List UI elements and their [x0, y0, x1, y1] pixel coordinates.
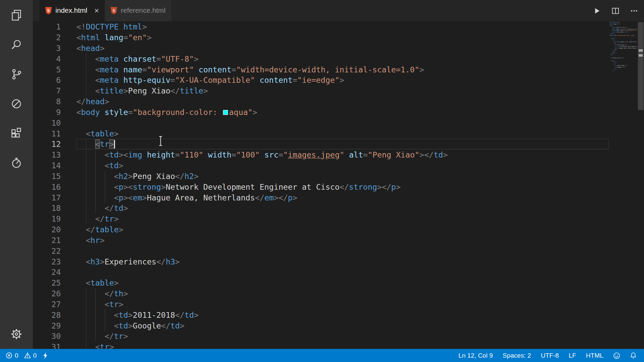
close-tab-icon[interactable]: ×: [94, 7, 99, 15]
code-lines: 1<!DOCTYPE html>2<html lang="en">3<head>…: [33, 21, 609, 349]
code-line[interactable]: 1<!DOCTYPE html>: [33, 21, 609, 32]
problems-indicator[interactable]: 0 0: [6, 352, 37, 359]
notifications-bell[interactable]: [630, 352, 637, 359]
language-mode[interactable]: HTML: [586, 352, 603, 359]
line-number[interactable]: 28: [33, 309, 61, 320]
line-number[interactable]: 1: [33, 21, 61, 32]
code-line[interactable]: 27 <tr>: [33, 299, 609, 309]
code-line[interactable]: 26 </th>: [33, 288, 609, 299]
line-number[interactable]: 5: [33, 64, 61, 75]
code-line[interactable]: 22: [33, 245, 609, 256]
code-line[interactable]: 6 <meta http-equiv="X-UA-Compatible" con…: [33, 75, 609, 85]
line-number[interactable]: 29: [33, 320, 61, 331]
encoding-setting[interactable]: UTF-8: [541, 352, 559, 359]
extensions-icon[interactable]: [7, 124, 26, 143]
code-line[interactable]: 17 <p><em>Hague Area, Netherlands</em></…: [33, 192, 609, 203]
line-number[interactable]: 25: [33, 278, 61, 288]
source-control-icon[interactable]: [7, 64, 26, 84]
circle-slash-icon[interactable]: [7, 94, 26, 114]
line-number[interactable]: 24: [33, 267, 61, 278]
settings-gear-icon[interactable]: [7, 324, 26, 344]
code-line[interactable]: 18 </td>: [33, 203, 609, 214]
lightning-icon: [42, 352, 48, 359]
search-icon[interactable]: [7, 35, 26, 55]
line-number[interactable]: 21: [33, 235, 61, 245]
code-line[interactable]: 12 <tr>: [33, 139, 609, 149]
code-line[interactable]: 28 <td>2011-2018</td>: [33, 309, 609, 320]
line-number[interactable]: 4: [33, 53, 61, 64]
code-line[interactable]: 2<html lang="en">: [33, 32, 609, 43]
code-line[interactable]: 7 <title>Peng Xiao</title>: [33, 85, 609, 96]
css-color-swatch[interactable]: [223, 110, 228, 115]
line-number[interactable]: 17: [33, 192, 61, 203]
line-number[interactable]: 14: [33, 160, 61, 171]
minimap[interactable]: <!DOCTYPE html><html lang="en"><head> <m…: [609, 21, 638, 349]
line-number[interactable]: 20: [33, 224, 61, 235]
activity-bar: [0, 0, 33, 349]
code-line[interactable]: 29 <td>Google</td>: [33, 320, 609, 331]
code-line[interactable]: 13 <td><img height="110" width="100" src…: [33, 149, 609, 160]
code-line[interactable]: 21 <hr>: [33, 235, 609, 245]
code-line[interactable]: 3<head>: [33, 43, 609, 53]
status-bar: 0 0 Ln 12, Col 9 Spaces: 2 UTF-8 LF HTML: [0, 349, 644, 362]
code-line[interactable]: 20 </table>: [33, 224, 609, 235]
code-line[interactable]: 8</head>: [33, 96, 609, 107]
code-line[interactable]: 15 <h2>Peng Xiao</h2>: [33, 171, 609, 181]
line-number[interactable]: 12: [33, 139, 61, 149]
overview-ruler-mark: [639, 49, 643, 52]
code-line[interactable]: 4 <meta charset="UTF-8">: [33, 53, 609, 64]
indentation-setting[interactable]: Spaces: 2: [503, 352, 531, 359]
code-line[interactable]: 23 <h3>Experiences</h3>: [33, 256, 609, 267]
line-number[interactable]: 8: [33, 96, 61, 107]
text-cursor: [114, 140, 115, 149]
line-number[interactable]: 7: [33, 85, 61, 96]
line-number[interactable]: 16: [33, 181, 61, 192]
line-number[interactable]: 6: [33, 75, 61, 85]
run-button[interactable]: [593, 7, 601, 14]
line-number[interactable]: 9: [33, 107, 61, 117]
line-number[interactable]: 27: [33, 299, 61, 309]
split-editor-icon[interactable]: [611, 7, 619, 14]
line-number[interactable]: 18: [33, 203, 61, 214]
tab-label: reference.html: [121, 7, 165, 15]
code-line[interactable]: 14 <td>: [33, 160, 609, 171]
scrollbar-thumb[interactable]: [638, 22, 644, 110]
editor-actions: [593, 0, 638, 21]
line-number[interactable]: 11: [33, 128, 61, 139]
code-line[interactable]: 25 <table>: [33, 278, 609, 288]
line-number[interactable]: 26: [33, 288, 61, 299]
line-number[interactable]: 23: [33, 256, 61, 267]
more-actions-icon[interactable]: [630, 7, 638, 14]
line-number[interactable]: 15: [33, 171, 61, 181]
code-line[interactable]: 11 <table>: [33, 128, 609, 139]
line-number[interactable]: 30: [33, 331, 61, 342]
code-line[interactable]: 5 <meta name="viewport" content="width=d…: [33, 64, 609, 75]
overview-ruler-mark: [639, 54, 643, 57]
code-line[interactable]: 10: [33, 117, 609, 128]
tab-index-html[interactable]: 5 index.html ×: [40, 0, 105, 21]
bell-icon: [630, 352, 637, 359]
tab-reference-html[interactable]: 5 reference.html: [105, 0, 171, 21]
line-number[interactable]: 2: [33, 32, 61, 43]
code-line[interactable]: 24: [33, 267, 609, 278]
line-number[interactable]: 10: [33, 117, 61, 128]
cursor-position[interactable]: Ln 12, Col 9: [459, 352, 493, 359]
code-line[interactable]: 31 <tr>: [33, 342, 609, 349]
explorer-icon[interactable]: [7, 5, 26, 25]
line-number[interactable]: 3: [33, 43, 61, 53]
code-line[interactable]: 19 </tr>: [33, 214, 609, 224]
code-line[interactable]: 30 </tr>: [33, 331, 609, 342]
feedback-smiley[interactable]: [613, 352, 620, 359]
line-number[interactable]: 19: [33, 214, 61, 224]
eol-setting[interactable]: LF: [569, 352, 576, 359]
code-line[interactable]: 9<body style="background-color: aqua">: [33, 107, 609, 117]
line-number[interactable]: 31: [33, 342, 61, 349]
lightning-indicator[interactable]: [42, 352, 48, 359]
code-line[interactable]: 16 <p><strong>Network Development Engine…: [33, 181, 609, 192]
line-number[interactable]: 13: [33, 149, 61, 160]
stopwatch-icon[interactable]: [7, 153, 26, 173]
html5-file-icon: 5: [111, 7, 117, 14]
warning-count: 0: [33, 352, 37, 359]
line-number[interactable]: 22: [33, 245, 61, 256]
editor-scrollbar[interactable]: [637, 21, 644, 349]
